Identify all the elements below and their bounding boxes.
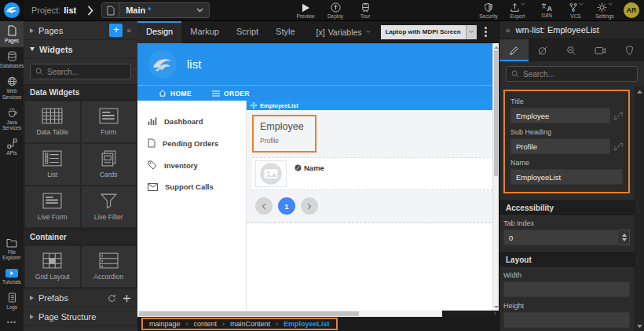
hscroll-track[interactable] — [137, 311, 442, 317]
widget-data-table[interactable]: Data Table — [25, 101, 80, 142]
add-prefab-icon[interactable] — [123, 294, 131, 303]
user-avatar[interactable]: AR — [624, 2, 639, 18]
canvas-vertical-scrollbar[interactable] — [492, 43, 499, 311]
stepper-down-icon[interactable] — [622, 238, 627, 241]
page-structure-section-header[interactable]: Page Structure — [24, 307, 137, 326]
pagination-page-1[interactable]: 1 — [278, 197, 295, 215]
i18n-button[interactable]: A I18N — [536, 2, 557, 18]
widget-search-input[interactable] — [47, 68, 126, 76]
tab-properties[interactable] — [499, 39, 529, 61]
layout-section-header[interactable]: Layout — [499, 252, 644, 267]
tab-markup[interactable]: Markup — [181, 21, 228, 43]
live-filter-icon — [100, 193, 118, 209]
security-button[interactable]: Security — [478, 2, 499, 19]
device-selector-dropdown[interactable]: Laptop with MDPI Screen — [381, 25, 477, 39]
pages-section-header[interactable]: Pages + « — [24, 21, 137, 40]
nav-order[interactable]: ORDER — [212, 90, 250, 97]
widget-accordion[interactable]: Accordion — [82, 246, 137, 287]
tab-security-shape[interactable] — [615, 39, 644, 61]
wavemaker-logo[interactable] — [0, 0, 24, 21]
settings-button[interactable]: Settings — [595, 2, 615, 19]
tab-markup-search[interactable] — [558, 39, 587, 61]
canvas-horizontal-scrollbar[interactable]: › — [137, 311, 499, 317]
scrollbar-thumb[interactable] — [494, 50, 498, 176]
scroll-up-icon[interactable] — [635, 86, 644, 96]
sidenav-pending-orders[interactable]: Pending Orders — [137, 132, 246, 154]
export-button[interactable]: Export — [507, 2, 528, 19]
widget-live-filter[interactable]: Live Filter — [82, 186, 137, 227]
breadcrumb-content[interactable]: content — [194, 320, 218, 328]
deploy-button[interactable]: Deploy — [325, 2, 346, 19]
hscroll-end-icon[interactable]: › — [494, 310, 496, 317]
pagination-next-button[interactable] — [301, 197, 318, 215]
breadcrumb-employeelist[interactable]: EmployeeList — [284, 320, 330, 328]
more-options-icon[interactable]: ••• — [0, 314, 24, 331]
more-menu-icon[interactable] — [485, 27, 487, 37]
nav-home[interactable]: HOME — [159, 90, 192, 97]
breadcrumb-mainpage[interactable]: mainpage — [149, 320, 181, 328]
sidenav-support-calls[interactable]: Support Calls — [137, 176, 246, 197]
tab-device[interactable] — [586, 39, 615, 61]
selected-widget-tag[interactable]: EmployeeList — [247, 101, 499, 110]
bind-link-icon[interactable] — [614, 112, 623, 120]
sidenav-dashboard[interactable]: Dashboard — [137, 110, 246, 132]
widgets-section-header[interactable]: Widgets — [24, 40, 137, 59]
tab-design[interactable]: Design — [137, 21, 181, 43]
tab-style[interactable]: Style — [267, 21, 303, 43]
height-field-label: Height — [503, 302, 630, 310]
tab-index-input[interactable] — [503, 230, 619, 245]
bind-field-icon — [295, 164, 302, 171]
sidebar-item-databases[interactable]: Databases — [0, 47, 24, 72]
topbar-center-actions: Preview Deploy Tour — [295, 0, 375, 21]
widget-form[interactable]: Form — [82, 101, 137, 142]
height-field-input[interactable] — [503, 312, 630, 328]
sidebar-item-file-explorer[interactable]: File Explorer — [0, 234, 24, 264]
scroll-down-icon[interactable] — [635, 322, 644, 331]
properties-search-input[interactable] — [523, 70, 632, 79]
subheading-field-input[interactable] — [510, 138, 610, 154]
pencil-icon — [509, 46, 519, 56]
sidebar-item-java-services[interactable]: Java Services — [0, 104, 24, 134]
stepper-up-icon[interactable] — [622, 234, 627, 237]
sidebar-item-logs[interactable]: Logs — [0, 289, 24, 314]
prefabs-header-label: Prefabs — [38, 293, 68, 303]
sidebar-item-tutorials[interactable]: Tutorials — [0, 265, 24, 289]
name-field-input[interactable] — [510, 169, 623, 185]
sidebar-item-web-services[interactable]: Web Services — [0, 72, 24, 103]
collapse-panel-icon[interactable]: « — [126, 26, 131, 35]
tab-styles[interactable] — [529, 39, 558, 61]
collapse-panel-icon[interactable]: » — [506, 26, 510, 35]
vcs-button[interactable]: VCS — [565, 2, 586, 19]
page-selector-dropdown[interactable]: Main * — [101, 2, 210, 18]
export-label: Export — [510, 13, 525, 19]
sidebar-item-apis[interactable]: APIs — [0, 134, 24, 160]
hscroll-thumb[interactable] — [139, 311, 359, 316]
widget-live-form[interactable]: Live Form — [25, 186, 80, 227]
sidebar-item-pages[interactable]: Pages — [0, 21, 24, 47]
list-item-template[interactable]: Name — [252, 157, 493, 190]
list-title-highlight-box[interactable]: Employee Profile — [252, 115, 317, 153]
title-field-input[interactable] — [510, 108, 610, 123]
expand-right-icon — [30, 314, 34, 319]
variables-dropdown[interactable]: [x] Variables — [317, 28, 371, 37]
prefabs-section-header[interactable]: Prefabs — [24, 289, 137, 307]
breadcrumb-maincontent[interactable]: mainContent — [230, 320, 270, 328]
accessibility-section-header[interactable]: Accessibility — [499, 200, 644, 215]
widget-list[interactable]: List — [25, 144, 80, 185]
sidenav-inventory[interactable]: Inventory — [137, 154, 246, 176]
add-page-button[interactable]: + — [109, 24, 123, 37]
tour-button[interactable]: Tour — [355, 2, 375, 19]
pagination-prev-button[interactable] — [255, 197, 273, 215]
refresh-icon[interactable] — [108, 294, 116, 303]
scroll-up-icon[interactable] — [493, 43, 499, 50]
expand-right-icon — [30, 296, 34, 300]
properties-vertical-scrollbar[interactable] — [635, 86, 644, 331]
widget-grid-layout[interactable]: Grid Layout — [25, 246, 80, 287]
tab-script[interactable]: Script — [228, 21, 267, 43]
list-widget-zone[interactable]: Employee Profile Name — [247, 110, 499, 223]
widget-cards[interactable]: Cards — [82, 144, 137, 185]
number-stepper[interactable] — [619, 230, 630, 245]
preview-button[interactable]: Preview — [295, 3, 316, 19]
bind-link-icon[interactable] — [614, 142, 623, 151]
width-field-input[interactable] — [503, 281, 630, 297]
